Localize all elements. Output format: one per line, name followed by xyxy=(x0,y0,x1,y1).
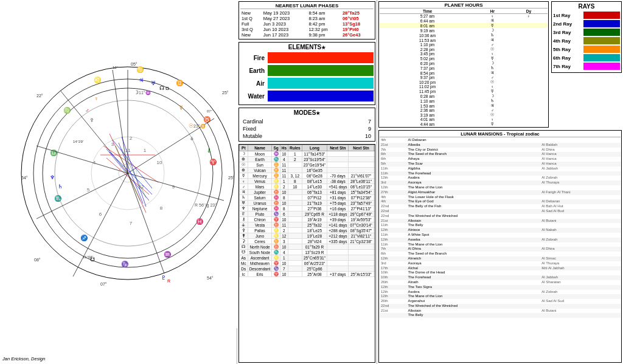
ph-dy xyxy=(510,52,548,56)
main-container: Chart 1 Transits Jun 14 2023 Event Chart… xyxy=(0,0,623,364)
planet-hour-row: 4:44 am ☿ xyxy=(380,122,548,126)
ph-time: 1:10 am xyxy=(380,98,475,103)
lm-name2: Al Farigh Al Thani xyxy=(540,190,621,195)
ray-bar xyxy=(583,54,620,61)
ph-dy xyxy=(510,18,548,23)
lunar-mansions-table: 4th Al Debaran 21st Albedia Al Baldah7th… xyxy=(380,138,621,318)
ph-time: 7:37 pm xyxy=(380,66,475,70)
planet-sym: ☋ xyxy=(240,250,248,255)
planet-sym: ⚷ xyxy=(240,217,248,222)
planet-sym: ♆ xyxy=(240,206,248,211)
ph-hr: ♀ xyxy=(475,117,510,122)
planet-ns1: +81 days xyxy=(327,190,349,195)
planet-ns1 xyxy=(327,255,349,261)
svg-text:☊: ☊ xyxy=(159,85,164,91)
lm-name2: Al Bah Al Hut xyxy=(540,204,621,209)
planet-name: Vulcan xyxy=(248,168,272,173)
lm-row: 7th Al Dhira Al Dhira xyxy=(380,247,621,252)
svg-text:25°: 25° xyxy=(222,91,229,95)
phase-deg: 26°Ge43 xyxy=(341,32,374,38)
phase-time: 8:42 pm xyxy=(307,21,341,27)
planet-ns1: +31 days xyxy=(327,195,349,201)
planet-rules xyxy=(288,233,302,239)
lm-name2: Al Baldah xyxy=(540,143,621,148)
ph-hr: ♀ xyxy=(475,14,510,19)
ray-label: 6th Ray xyxy=(553,55,583,61)
planet-decl: -22°09' xyxy=(374,168,375,173)
planet-ns1 xyxy=(327,244,349,250)
planet-sym: ⊕ xyxy=(240,157,248,162)
planet-row: ☽ Moon ♒ 10 1 11°Ta14'53" +15°53' xyxy=(240,151,376,157)
lm-num: 12th xyxy=(380,228,407,233)
planet-name: Moon xyxy=(248,151,272,157)
lm-name2: Al Nakah xyxy=(540,228,621,233)
planet-sym: ⊕ xyxy=(240,168,248,173)
planet-col-header: Long xyxy=(302,145,327,151)
ph-time: 4:44 am xyxy=(380,122,475,126)
ph-hr: ♃ xyxy=(475,70,510,75)
planet-rules xyxy=(288,228,302,233)
ph-dy: ♀ xyxy=(510,14,548,19)
planet-hour-row: 2:28 pm ☉ xyxy=(380,47,548,52)
rays-title: RAYS xyxy=(553,3,620,10)
svg-text:4: 4 xyxy=(93,160,96,165)
lm-name: Albotain xyxy=(407,309,541,314)
lm-name: Asoraya xyxy=(407,180,541,185)
svg-text:12°: 12° xyxy=(113,66,119,69)
planet-ns2: 25°Ar15'33" xyxy=(349,272,374,277)
modes-box: MODES★ Cardinal 7Fixed 9Mutable 10 xyxy=(238,108,375,142)
lm-name: The Forehead xyxy=(407,171,541,176)
ph-col-hr: Hr xyxy=(475,9,510,14)
ray-row: 6th Ray xyxy=(553,54,620,61)
svg-text:6: 6 xyxy=(99,211,102,217)
planet-hour-row: 1:10 pm ♂ xyxy=(380,43,548,47)
planet-rules xyxy=(288,206,302,211)
planet-hours-box: PLANET HOURS Time Hr Dy 5:27 am ♀ ♀6: xyxy=(378,1,549,128)
planet-decl: -10°19' xyxy=(374,190,375,195)
svg-text:♄: ♄ xyxy=(58,184,63,190)
middle-panel: NEAREST LUNAR PHASES New May 19 2023 8:5… xyxy=(237,0,377,364)
ph-time: 5:27 am xyxy=(380,14,475,19)
lm-num: 12th xyxy=(380,176,407,180)
lm-name2 xyxy=(540,304,621,309)
svg-text:♆: ♆ xyxy=(50,174,55,180)
chart-wheel-svg: ♈ ♉ ♊ ♋ ♌ ♍ ♎ ♏ ♐ ♑ ♒ xyxy=(0,0,237,328)
planet-long: 25°Cn65'31" xyxy=(302,255,327,261)
planet-hs: 3 xyxy=(280,239,288,244)
lunar-phase-row: 1st Q May 27 2023 8:23 am 06°Vi05 xyxy=(240,16,374,21)
lm-row: 5th The Scar Al Hanca xyxy=(380,162,621,167)
lm-name2 xyxy=(540,294,621,299)
lm-num: 21st xyxy=(380,143,407,148)
svg-text:♂: ♂ xyxy=(85,108,89,114)
planet-row: ☊ North Node ♉ 10 01°Ta29 R -11°59' xyxy=(240,244,376,250)
lm-num: 17th xyxy=(380,266,407,271)
planet-long: 18°Le25 xyxy=(302,228,327,233)
ray-bar xyxy=(583,63,620,70)
lm-row: 6th The Seed of the Branch xyxy=(380,252,621,256)
planet-name: Sun xyxy=(248,162,272,168)
lm-row: 12th The Two Signs xyxy=(380,285,621,290)
ray-label: 4th Ray xyxy=(553,38,583,44)
mode-label: Mutable xyxy=(240,132,333,140)
planet-hs: 11 xyxy=(280,162,288,168)
lm-num: 22nd xyxy=(380,209,407,214)
planet-rules: 3, 12 xyxy=(288,173,302,179)
planet-sg: ♈ xyxy=(272,261,280,266)
lm-name2 xyxy=(540,242,621,247)
ph-time: 6:20 pm xyxy=(380,61,475,66)
lm-name: Argenahut xyxy=(407,299,541,304)
ray-label: 2nd Ray xyxy=(553,21,583,27)
planet-hour-row: 0:28 am ☽ xyxy=(380,94,548,98)
planet-hs: 10 xyxy=(280,151,288,157)
planet-decl: -20°57' xyxy=(374,255,375,261)
planet-sg: ♉ xyxy=(272,201,280,206)
planet-long: 06°Ge28 xyxy=(302,173,327,179)
lm-num: 11th xyxy=(380,233,407,238)
planet-name: Vesta xyxy=(248,222,272,228)
ph-time: 1:53 am xyxy=(380,103,475,108)
planet-rules xyxy=(288,222,302,228)
lm-num: 22nd xyxy=(380,304,407,309)
svg-text:♏: ♏ xyxy=(54,194,62,202)
ph-hr: ☽ xyxy=(475,94,510,98)
planet-hs: 1 xyxy=(280,179,288,184)
